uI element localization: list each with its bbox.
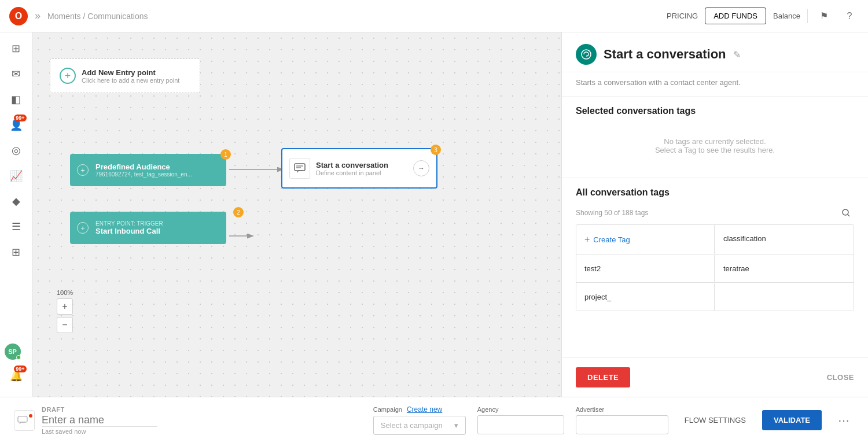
canvas-area[interactable]: + Add New Entry point Click here to add … [32,32,561,397]
bottom-bar: DRAFT Last saved now Campaign Create new… [0,397,868,443]
campaign-select[interactable]: Select a campaign ▾ [373,416,466,435]
topbar: O » Moments / Communications PRICING ADD… [0,0,868,32]
create-new-link[interactable]: Create new [407,405,442,414]
node-start-inbound-call[interactable]: + ENTRY POINT: TRIGGER Start Inbound Cal… [70,212,226,244]
add-entry-text: Add New Entry point Click here to add a … [82,68,179,84]
right-panel: Start a conversation ✎ Starts a conversa… [561,32,868,397]
sidebar-item-grid[interactable]: ⊞ [5,37,28,60]
breadcrumb: Moments / Communications [47,12,148,21]
node-start-text: Start a conversation Define content in p… [316,161,388,176]
divider [807,9,808,23]
advertiser-section: Advertiser [576,406,668,434]
analytics-icon: 📈 [10,169,23,182]
node-trigger-badge: 2 [233,207,244,217]
target-icon: ◎ [12,144,21,157]
topbar-right: PRICING ADD FUNDS Balance ⚑ ? [667,7,859,25]
tag-test2[interactable]: test2 [576,255,715,283]
nav-arrows[interactable]: » [35,10,41,22]
sidebar-item-analytics[interactable]: 📈 [5,164,28,187]
add-entry-point[interactable]: + Add New Entry point Click here to add … [50,58,200,93]
close-button[interactable]: CLOSE [827,373,854,382]
sidebar-item-diamond[interactable]: ◆ [5,190,28,213]
list-icon: ☰ [12,220,21,233]
no-tags-message: No tags are currently selected. Select a… [576,123,854,168]
node-start-conversation[interactable]: Start a conversation Define content in p… [281,148,437,189]
node-start-title: Start a conversation [316,161,388,169]
avatar[interactable]: SP [5,344,21,360]
svg-rect-9 [18,416,27,422]
last-saved: Last saved now [42,428,157,435]
node-predefined-badge: 1 [220,149,231,160]
node-start-badge: 3 [431,145,441,155]
node-next-button[interactable]: → [413,160,429,176]
tags-count: Showing 50 of 188 tags [576,209,648,217]
advertiser-label: Advertiser [576,406,668,413]
node-plus-icon: + [77,164,89,176]
search-button[interactable] [838,205,854,221]
flow-settings-button[interactable]: FLOW SETTINGS [680,416,751,424]
panel-title: Start a conversation [604,47,726,62]
advertiser-input[interactable] [576,415,668,434]
panel-icon [576,44,597,65]
node-trigger-plus-icon: + [77,222,89,234]
notification-dot [29,414,32,418]
svg-point-7 [843,209,848,215]
selected-tags-section: Selected conversation tags No tags are c… [562,97,868,178]
sidebar-item-people[interactable]: 👤 99+ [5,113,28,136]
breadcrumb-part1[interactable]: Moments [47,12,81,21]
sidebar-item-panels[interactable]: ◧ [5,88,28,111]
notification-badge: 99+ [14,366,26,372]
node-trigger-title: Start Inbound Call [95,227,163,235]
diamond-icon: ◆ [12,195,20,208]
help-icon[interactable]: ? [840,7,859,25]
tag-teratrae[interactable]: teratrae [715,255,854,283]
no-tags-line1: No tags are currently selected. [576,137,854,146]
selected-tags-title: Selected conversation tags [576,106,854,116]
zoom-out-button[interactable]: − [57,317,73,333]
sidebar-item-notification[interactable]: 🔔 99+ [5,364,28,387]
create-tag-button[interactable]: + Create Tag [576,225,715,254]
node-start-subtitle: Define content in panel [316,169,388,176]
svg-point-6 [582,50,591,59]
agency-input[interactable] [477,415,564,434]
all-tags-section: All conversation tags Showing 50 of 188 … [562,178,868,316]
sidebar-item-list[interactable]: ☰ [5,215,28,238]
app-logo: O [9,7,28,25]
panel-header: Start a conversation ✎ [562,32,868,72]
more-options-button[interactable]: ⋯ [833,414,854,427]
breadcrumb-part2: Communications [87,12,148,21]
add-funds-button[interactable]: ADD FUNDS [705,8,766,24]
draft-section: DRAFT Last saved now [42,406,157,435]
zoom-in-button[interactable]: + [57,298,73,315]
agency-label: Agency [477,406,564,413]
edit-icon[interactable]: ✎ [733,49,741,60]
node-trigger-text: ENTRY POINT: TRIGGER Start Inbound Call [95,220,163,235]
draft-name-input[interactable] [42,414,157,427]
online-indicator [16,355,21,360]
svg-line-8 [848,215,849,216]
people-badge: 99+ [14,115,26,121]
tag-classification[interactable]: classification [715,225,854,254]
sidebar: ⊞ ✉ ◧ 👤 99+ ◎ 📈 ◆ ☰ ⊞ SP [0,32,32,397]
panel-description: Starts a conversation with a contact cen… [562,72,868,97]
flag-icon[interactable]: ⚑ [815,7,833,25]
sidebar-item-target[interactable]: ◎ [5,139,28,162]
tag-project[interactable]: project_ [576,283,715,311]
all-tags-title: All conversation tags [576,187,854,198]
pricing-button[interactable]: PRICING [667,12,698,20]
zoom-level: 100% [57,289,73,296]
sidebar-item-grid2[interactable]: ⊞ [5,241,28,264]
campaign-section: Campaign Create new Select a campaign ▾ [373,405,466,435]
node-predefined-audience[interactable]: + Predefined Audience 79616092724, test_… [70,154,226,186]
draft-label: DRAFT [42,406,157,413]
delete-button[interactable]: DELETE [576,367,630,387]
sidebar-item-messages[interactable]: ✉ [5,62,28,86]
validate-button[interactable]: VALIDATE [762,410,822,430]
campaign-select-text: Select a campaign [381,421,443,430]
add-entry-subtitle: Click here to add a new entry point [82,77,179,84]
svg-rect-3 [295,164,305,171]
node-trigger-label: ENTRY POINT: TRIGGER [95,220,163,227]
node-predefined-title: Predefined Audience [95,163,192,171]
no-tags-line2: Select a Tag to see the results here. [576,146,854,154]
tag-empty[interactable] [715,283,854,311]
